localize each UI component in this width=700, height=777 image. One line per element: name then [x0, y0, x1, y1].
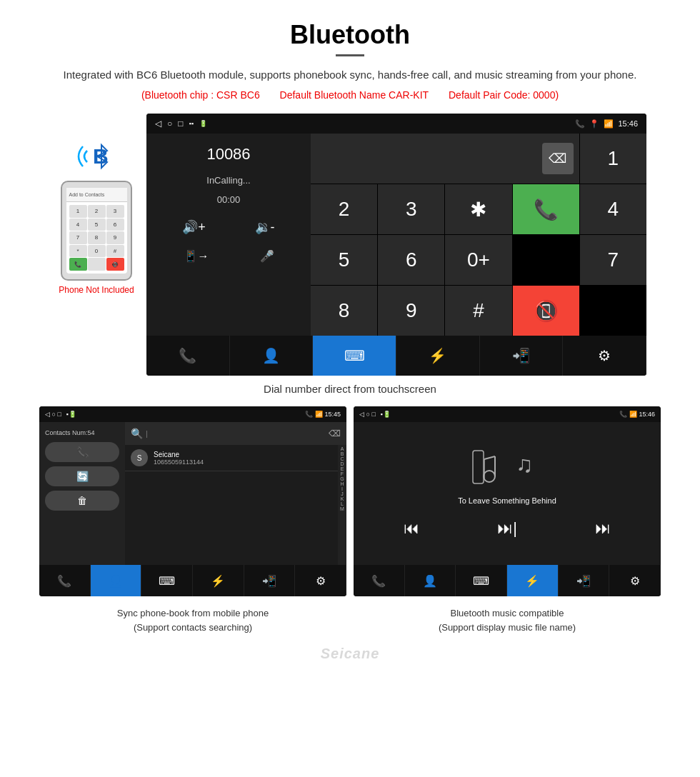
nav-transfer-button[interactable]: 📲 — [480, 336, 564, 376]
cnav-keypad[interactable]: ⌨ — [141, 565, 193, 596]
contacts-search-input[interactable] — [146, 429, 326, 438]
cnav-bluetooth[interactable]: ⚡ — [193, 565, 244, 596]
mute-icon[interactable]: 🎤 — [260, 249, 274, 263]
contacts-nav-bar: 📞 👤 ⌨ ⚡ 📲 ⚙ — [39, 565, 346, 596]
call-accept-button[interactable]: 📞 — [513, 184, 579, 234]
delete-contact-button[interactable]: 🗑 — [45, 491, 119, 511]
music-statusbar: ◁ ○ □ ▪🔋 📞 📶 15:46 — [354, 406, 661, 422]
contacts-screen: ◁ ○ □ ▪🔋 📞 📶 15:45 Contacts Num:54 📞 🔄 🗑… — [39, 406, 346, 596]
letter-i[interactable]: I — [341, 486, 343, 491]
mnav-contacts[interactable]: 👤 — [405, 565, 456, 596]
phone-music-icon — [471, 449, 507, 485]
music-note-icon: ♫ — [514, 449, 543, 478]
contacts-status-left: ◁ ○ □ ▪🔋 — [45, 411, 76, 418]
contacts-wifi-icon: 📶 — [315, 411, 323, 418]
recents-icon: □ — [178, 119, 183, 129]
contact-avatar: S — [131, 449, 148, 466]
status-right: 📞 📍 📶 15:46 — [575, 119, 638, 129]
dial-key-2[interactable]: 2 — [311, 184, 377, 234]
cnav-contacts[interactable]: 👤 — [91, 565, 142, 596]
dial-key-star[interactable]: ✱ — [445, 184, 511, 234]
mnav-transfer[interactable]: 📲 — [559, 565, 610, 596]
volume-down-icon[interactable]: 🔉- — [255, 219, 275, 235]
music-body: ♫ To Leave Something Behind ⏮ ⏭| ⏭ — [354, 422, 661, 565]
letter-k[interactable]: K — [341, 496, 344, 501]
play-pause-button[interactable]: ⏭| — [497, 519, 517, 538]
dial-key-5[interactable]: 5 — [311, 235, 377, 285]
sync-contact-button[interactable]: 🔄 — [45, 466, 119, 486]
dial-section: B Add to Contacts 123 456 789 *0# 📞 📵 — [0, 114, 700, 376]
home-icon: ○ — [167, 119, 172, 129]
nav-settings-button[interactable]: ⚙ — [563, 336, 646, 376]
phone-mock: B Add to Contacts 123 456 789 *0# 📞 📵 — [54, 114, 146, 376]
contacts-back-icon: ◁ ○ □ — [45, 411, 61, 418]
spec-chip: (Bluetooth chip : CSR BC6 — [141, 89, 260, 101]
prev-track-button[interactable]: ⏮ — [404, 519, 419, 538]
mnav-settings[interactable]: ⚙ — [609, 565, 661, 596]
transfer-icon[interactable]: 📱→ — [184, 249, 209, 263]
signal-icon: ▪▪ — [189, 120, 194, 127]
dial-key-3[interactable]: 3 — [378, 184, 444, 234]
dial-key-8[interactable]: 8 — [311, 286, 377, 336]
dial-key-4[interactable]: 4 — [580, 184, 646, 234]
call-end-button[interactable]: 📵 — [513, 286, 579, 336]
dial-key-hash[interactable]: # — [445, 286, 511, 336]
cnav-transfer[interactable]: 📲 — [244, 565, 296, 596]
letter-m[interactable]: M — [340, 506, 344, 511]
backspace-button[interactable]: ⌫ — [542, 143, 574, 174]
svg-line-3 — [484, 456, 495, 459]
spec-name: Default Bluetooth Name CAR-KIT — [280, 89, 429, 101]
music-back-icon: ◁ ○ □ — [359, 411, 376, 418]
nav-bluetooth-button[interactable]: ⚡ — [396, 336, 480, 376]
nav-contacts-button[interactable]: 👤 — [230, 336, 314, 376]
dial-key-7[interactable]: 7 — [580, 235, 646, 285]
contact-number: 10655059113144 — [154, 458, 332, 466]
cnav-settings[interactable]: ⚙ — [295, 565, 346, 596]
dial-key-6[interactable]: 6 — [378, 235, 444, 285]
dial-nav-bar: 📞 👤 ⌨ ⚡ 📲 ⚙ — [146, 336, 646, 376]
svg-text:♫: ♫ — [516, 451, 533, 477]
music-status-left: ◁ ○ □ ▪🔋 — [359, 411, 391, 418]
nav-phone-button[interactable]: 📞 — [146, 336, 230, 376]
contact-list-item[interactable]: S Seicane 10655059113144 — [125, 445, 338, 471]
dial-key-9[interactable]: 9 — [378, 286, 444, 336]
music-icons: ♫ — [471, 449, 543, 485]
letter-c[interactable]: C — [340, 456, 344, 461]
call-contact-button[interactable]: 📞 — [45, 442, 119, 462]
spec-code: Default Pair Code: 0000) — [449, 89, 559, 101]
letter-d[interactable]: D — [340, 461, 344, 466]
cnav-phone[interactable]: 📞 — [39, 565, 91, 596]
seicane-watermark: Seicane — [0, 641, 700, 666]
letter-f[interactable]: F — [341, 471, 344, 476]
next-track-button[interactable]: ⏭ — [595, 519, 611, 538]
letter-a[interactable]: A — [341, 446, 344, 451]
back-icon: ◁ — [155, 119, 161, 129]
contacts-count: Contacts Num:54 — [45, 429, 119, 436]
dial-volume-controls: 🔊+ 🔉- — [158, 219, 299, 235]
backspace-search-icon[interactable]: ⌫ — [329, 428, 341, 438]
battery-icon: 🔋 — [199, 120, 207, 127]
dial-key-0plus[interactable]: 0+ — [445, 235, 511, 285]
letter-b[interactable]: B — [341, 451, 344, 456]
contacts-phone-icon: 📞 — [305, 411, 313, 418]
volume-up-icon[interactable]: 🔊+ — [182, 219, 206, 235]
nav-keypad-button[interactable]: ⌨ — [313, 336, 396, 376]
letter-j[interactable]: J — [341, 491, 344, 496]
bottom-captions: Sync phone-book from mobile phone(Suppor… — [0, 603, 700, 641]
letter-h[interactable]: H — [340, 481, 344, 486]
dial-key-1[interactable]: 1 — [580, 134, 646, 184]
dial-call-status: InCalling... — [158, 175, 299, 186]
status-time: 15:46 — [618, 119, 638, 128]
contacts-body: Contacts Num:54 📞 🔄 🗑 🔍 ⌫ S — [39, 422, 346, 565]
mnav-bluetooth[interactable]: ⚡ — [507, 565, 559, 596]
phone-not-included-label: Phone Not Included — [59, 285, 134, 295]
mnav-phone[interactable]: 📞 — [354, 565, 405, 596]
music-screen: ◁ ○ □ ▪🔋 📞 📶 15:46 ♫ — [354, 406, 661, 596]
mnav-keypad[interactable]: ⌨ — [456, 565, 507, 596]
contact-info: Seicane 10655059113144 — [154, 451, 332, 466]
music-wifi-icon: 📶 — [629, 411, 637, 418]
letter-l[interactable]: L — [341, 501, 344, 506]
letter-e[interactable]: E — [341, 466, 344, 471]
page-title: Bluetooth — [29, 20, 671, 50]
letter-g[interactable]: G — [340, 476, 344, 481]
